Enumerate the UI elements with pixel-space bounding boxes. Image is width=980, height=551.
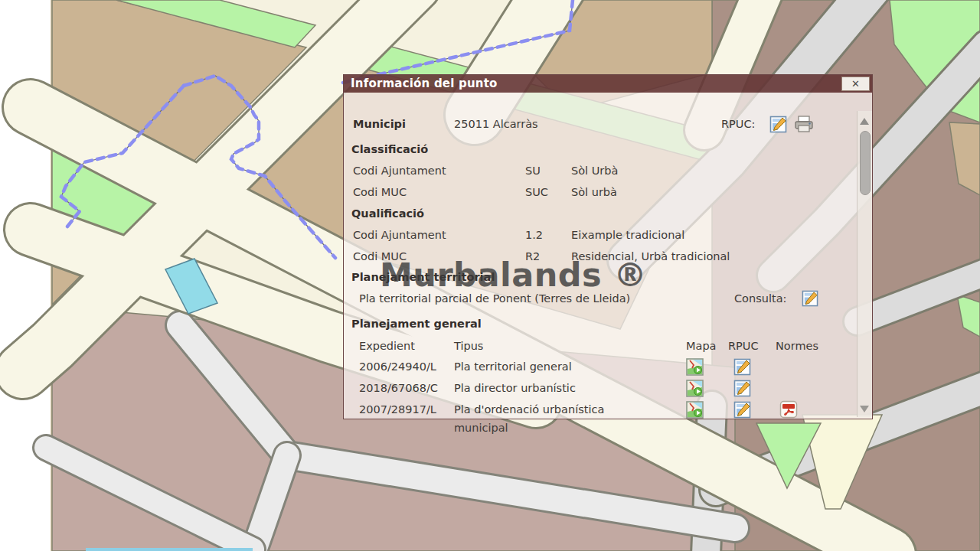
col-normes: Normes [776, 336, 818, 356]
scroll-down-icon[interactable] [860, 406, 869, 412]
row-code: SUC [525, 182, 548, 202]
table-row: 2007/28917/L Pla d'ordenació urbanística [344, 399, 872, 419]
col-mapa: Mapa [686, 336, 717, 356]
section-territorial: Planejament territorial [351, 267, 495, 287]
rpuc-icon[interactable] [733, 358, 751, 376]
mapa-icon[interactable] [686, 380, 704, 397]
close-icon: ✕ [851, 78, 860, 90]
row-desc: Sòl Urbà [571, 161, 618, 181]
print-icon[interactable] [794, 116, 814, 133]
mapa-icon[interactable] [686, 358, 704, 376]
territorial-row: Pla territorial parcial de Ponent (Terre… [344, 289, 872, 308]
scroll-thumb[interactable] [860, 131, 871, 195]
classificacio-row: Codi MUC SUC Sòl urbà [344, 182, 872, 202]
municipi-label: Municipi [353, 114, 406, 134]
municipi-row: Municipi 25011 Alcarràs RPUC: [344, 114, 872, 134]
rpuc-icon[interactable] [733, 401, 751, 419]
section-classificacio: Classificació [351, 139, 428, 159]
rpuc-icon[interactable] [733, 380, 751, 397]
classificacio-row: Codi Ajuntament SU Sòl Urbà [344, 161, 872, 181]
close-button[interactable]: ✕ [841, 77, 870, 91]
row-desc: Residencial, Urbà tradicional [571, 246, 730, 266]
pdf-normes-icon[interactable] [779, 400, 798, 419]
cell-expedient: 2018/67068/C [359, 378, 438, 398]
cell-tipus-line2: municipal [454, 419, 508, 436]
row-code: R2 [525, 246, 540, 266]
row-code: 1.2 [525, 225, 543, 245]
table-header: Expedient Tipus Mapa RPUC Normes [344, 336, 872, 356]
rpuc-edit-icon[interactable] [769, 116, 787, 133]
row-desc: Eixample tradicional [571, 225, 684, 245]
col-tipus: Tipus [454, 336, 483, 356]
rpuc-top-label: RPUC: [721, 114, 755, 134]
popup-title: Información del punto [351, 77, 498, 90]
popup-content: Municipi 25011 Alcarràs RPUC: Classific [344, 93, 872, 419]
col-expedient: Expedient [359, 336, 415, 356]
cell-tipus: Pla director urbanístic [454, 378, 576, 398]
cell-tipus: Pla d'ordenació urbanística [454, 399, 604, 419]
row-label: Codi MUC [353, 182, 407, 202]
table-row: 2006/24940/L Pla territorial general [344, 357, 872, 377]
cell-tipus: Pla territorial general [454, 357, 572, 377]
municipi-value: 25011 Alcarràs [454, 114, 538, 134]
consulta-edit-icon[interactable] [802, 290, 818, 307]
row-label: Codi Ajuntament [353, 161, 446, 181]
cell-expedient: 2007/28917/L [359, 399, 436, 419]
table-row: 2018/67068/C Pla director urbanístic [344, 378, 872, 398]
row-label: Codi MUC [353, 246, 407, 266]
row-label: Codi Ajuntament [353, 225, 446, 245]
map-viewer-window: Información del punto ✕ Municipi 25011 A… [0, 0, 980, 551]
popup-titlebar[interactable]: Información del punto ✕ [344, 75, 872, 93]
consulta-label: Consulta: [734, 289, 786, 308]
mapa-icon[interactable] [686, 401, 704, 419]
territorial-plan: Pla territorial parcial de Ponent (Terre… [359, 289, 630, 308]
cell-expedient: 2006/24940/L [359, 357, 436, 377]
table-row-continuation: municipal [344, 419, 872, 436]
popup-scrollbar[interactable] [857, 111, 872, 417]
qualificacio-row: Codi MUC R2 Residencial, Urbà tradiciona… [344, 246, 872, 266]
col-rpuc: RPUC [728, 336, 759, 356]
scroll-up-icon[interactable] [860, 118, 869, 125]
info-popup: Información del punto ✕ Municipi 25011 A… [343, 74, 873, 419]
qualificacio-row: Codi Ajuntament 1.2 Eixample tradicional [344, 225, 872, 245]
section-general: Planejament general [351, 314, 482, 334]
row-code: SU [525, 161, 541, 181]
row-desc: Sòl urbà [571, 182, 617, 202]
section-qualificacio: Qualificació [351, 204, 424, 223]
